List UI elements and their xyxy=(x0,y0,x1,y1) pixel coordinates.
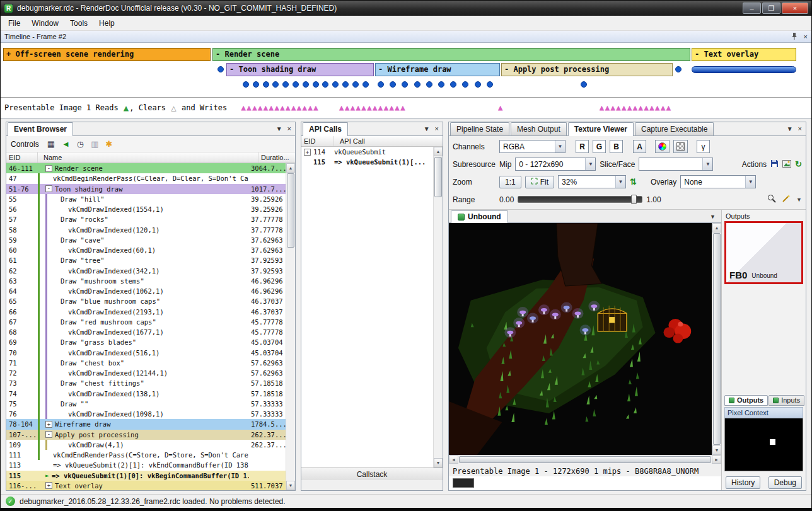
timeline-draw-dot[interactable] xyxy=(426,81,432,88)
event-row[interactable]: 47vkCmdBeginRenderPass(C=Clear, D=Clear,… xyxy=(6,173,286,183)
event-row[interactable]: 78-104+Wireframe draw1784.5... xyxy=(6,419,286,429)
green-channel-button[interactable]: G xyxy=(593,140,606,153)
event-row[interactable]: 69Draw "grass blades"45.03704 xyxy=(6,337,286,347)
timeline-draw-dot[interactable] xyxy=(462,81,468,88)
pin-icon[interactable] xyxy=(791,32,798,41)
menu-file[interactable]: File xyxy=(3,17,26,30)
event-row[interactable]: 70vkCmdDrawIndexed(516,1)45.03704 xyxy=(6,348,286,358)
timeline-canvas[interactable]: Presentable Image 1 Reads ▲ , Clears △ a… xyxy=(1,43,811,118)
event-row[interactable]: 58vkCmdDrawIndexed(120,1)37.77778 xyxy=(6,225,286,235)
expander-icon[interactable]: + xyxy=(45,482,52,489)
expander-icon[interactable]: + xyxy=(45,421,52,428)
event-row[interactable]: 60vkCmdDrawIndexed(60,1)37.62963 xyxy=(6,245,286,255)
open-resource-icon[interactable]: ↻ xyxy=(795,159,802,169)
bookmark-star-icon[interactable]: ✱ xyxy=(106,140,113,148)
range-slider-handle[interactable] xyxy=(631,195,637,204)
write-triangles[interactable]: ▲▲▲▲▲▲▲▲▲▲▲▲▲ xyxy=(600,103,672,112)
pixel-context-view[interactable] xyxy=(724,418,803,471)
event-row[interactable]: 113=> vkQueueSubmit(2)[1]: vkEndCommandB… xyxy=(6,460,286,470)
event-row[interactable]: 68vkCmdDrawIndexed(1677,1)45.77778 xyxy=(6,327,286,337)
column-duration[interactable]: Duratio... xyxy=(258,152,295,163)
expander-icon[interactable]: + xyxy=(304,149,311,156)
timeline-draw-dot[interactable] xyxy=(342,81,349,88)
timeline-draw-dot[interactable] xyxy=(581,81,587,88)
autorange-wand-icon[interactable] xyxy=(782,194,791,205)
expander-icon[interactable]: - xyxy=(45,185,52,192)
timeline-draw-dot[interactable] xyxy=(378,81,384,88)
timeline-close-icon[interactable]: × xyxy=(804,33,808,40)
close-icon[interactable]: × xyxy=(798,125,802,132)
timeline-marker-bar[interactable]: - Render scene xyxy=(212,48,690,61)
event-row[interactable]: 51-76-Toon shading draw1017.7... xyxy=(6,184,286,194)
column-eid[interactable]: EID xyxy=(6,152,38,163)
timeline-draw-dot[interactable] xyxy=(402,81,408,88)
menu-help[interactable]: Help xyxy=(93,17,120,30)
timeline-draw-dot[interactable] xyxy=(272,81,279,88)
scroll-up-icon[interactable]: ▲ xyxy=(712,223,721,233)
timeline-draw-bar[interactable] xyxy=(692,66,796,73)
tab-api-calls[interactable]: API Calls xyxy=(303,122,348,136)
event-row[interactable]: 46-111-Render scene3064.7... xyxy=(6,163,286,173)
timeline-draw-dot[interactable] xyxy=(253,81,259,88)
timeline-marker-bar[interactable]: - Toon shading draw xyxy=(226,63,374,76)
event-row[interactable]: 76vkCmdDrawIndexed(1098,1)57.33333 xyxy=(6,409,286,419)
filter-grid-icon[interactable]: ▦ xyxy=(47,140,55,148)
write-triangles[interactable]: ▲▲▲▲▲▲▲▲▲▲▲▲▲▲ xyxy=(241,103,319,112)
event-row[interactable]: 115►=> vkQueueSubmit(1)[0]: vkBeginComma… xyxy=(6,471,286,481)
column-eid[interactable]: EID xyxy=(301,136,334,146)
tab-inputs[interactable]: Inputs xyxy=(768,395,804,406)
event-row[interactable]: 75Draw ""57.33333 xyxy=(6,399,286,409)
tab-mesh-output[interactable]: Mesh Output xyxy=(511,122,567,135)
texture-tab-unbound[interactable]: Unbound xyxy=(451,210,508,223)
zoom-fit-button[interactable]: Fit xyxy=(525,176,554,188)
event-row[interactable]: 59Draw "cave"37.62963 xyxy=(6,235,286,245)
tab-outputs[interactable]: Outputs xyxy=(724,395,768,406)
event-row[interactable]: 107-...-Apply post processing262.37... xyxy=(6,430,286,440)
channels-dropdown[interactable]: RGBA ▼ xyxy=(499,140,566,153)
resource-usage-row[interactable]: Presentable Image 1 Reads ▲ , Clears △ a… xyxy=(4,98,809,117)
scroll-left-icon[interactable]: ◄ xyxy=(449,456,458,464)
menu-window[interactable]: Window xyxy=(26,17,64,30)
goto-current-event-icon[interactable]: ◄ xyxy=(62,140,70,148)
scroll-down-icon[interactable]: ▼ xyxy=(434,458,443,468)
timeline-draw-dot[interactable] xyxy=(263,81,269,88)
range-min-value[interactable]: 0.00 xyxy=(499,195,514,204)
tab-pipeline-state[interactable]: Pipeline State xyxy=(450,122,509,135)
scroll-down-icon[interactable]: ▼ xyxy=(286,481,295,490)
timeline-draw-dot[interactable] xyxy=(438,81,444,88)
timeline-draw-dot[interactable] xyxy=(293,81,299,88)
column-name[interactable]: Name xyxy=(38,152,258,163)
tab-event-browser[interactable]: Event Browser xyxy=(8,122,73,136)
event-row[interactable]: 116-...+Text overlay511.7037 xyxy=(6,481,286,490)
close-icon[interactable]: × xyxy=(287,125,291,132)
timeline-draw-dot[interactable] xyxy=(332,81,339,88)
event-row[interactable]: 74vkCmdDrawIndexed(138,1)57.18518 xyxy=(6,389,286,399)
blue-channel-button[interactable]: B xyxy=(610,140,623,153)
tab-texture-viewer[interactable]: Texture Viewer xyxy=(568,122,634,136)
scroll-thumb[interactable] xyxy=(434,157,442,197)
chevron-down-icon[interactable]: ▼ xyxy=(424,125,430,132)
timeline-draw-dot[interactable] xyxy=(390,81,396,88)
write-triangles[interactable]: ▲▲▲▲▲▲▲▲▲▲▲▲ xyxy=(339,103,406,112)
timeline-header[interactable]: Timeline - Frame #2 × xyxy=(1,31,811,43)
tab-capture-executable[interactable]: Capture Executable xyxy=(635,122,714,135)
timeline-draw-dot[interactable] xyxy=(450,81,456,88)
timeline-draw-dot[interactable] xyxy=(303,81,309,88)
event-row[interactable]: 61Draw "tree"37.92593 xyxy=(6,255,286,265)
event-row[interactable]: 73Draw "chest fittings"57.18518 xyxy=(6,378,286,388)
timeline-draw-dot[interactable] xyxy=(313,81,319,88)
timeline-draw-dot[interactable] xyxy=(352,81,359,88)
range-slider[interactable] xyxy=(518,196,642,203)
zoom-combo[interactable]: 32% ▼ xyxy=(558,175,626,188)
timeline-draw-dot[interactable] xyxy=(362,81,369,88)
scroll-right-icon[interactable]: ► xyxy=(712,456,721,464)
event-row[interactable]: 55Draw "hill"39.25926 xyxy=(6,194,286,204)
overlay-dropdown[interactable]: None ▼ xyxy=(680,175,756,188)
stats-icon[interactable]: ▥ xyxy=(91,140,98,148)
menu-tools[interactable]: Tools xyxy=(64,17,93,30)
texture-vscrollbar[interactable]: ▲ ▼ xyxy=(712,223,721,455)
colorwheel-button[interactable] xyxy=(655,140,670,153)
flip-y-icon[interactable]: ⇅ xyxy=(630,177,637,187)
event-row[interactable]: 109vkCmdDraw(4,1)262.37... xyxy=(6,440,286,450)
api-calls-scrollbar[interactable]: ▲ ▼ xyxy=(433,147,443,468)
